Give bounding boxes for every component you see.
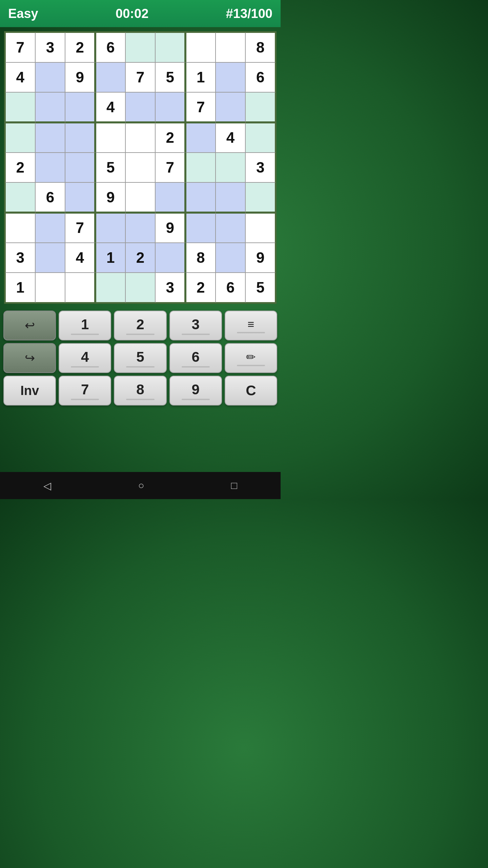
cell-r4-c3[interactable]: 5 — [95, 153, 125, 183]
cell-r2-c5[interactable] — [155, 92, 185, 122]
cell-r6-c6[interactable] — [185, 213, 216, 243]
cell-r2-c1[interactable] — [35, 92, 65, 122]
cell-r2-c3[interactable]: 4 — [95, 92, 125, 122]
cell-r4-c5[interactable]: 7 — [155, 153, 185, 183]
cell-r8-c7[interactable]: 6 — [216, 273, 246, 303]
cell-r4-c1[interactable] — [35, 153, 65, 183]
cell-r2-c0[interactable] — [5, 92, 35, 122]
key-8[interactable]: 8 — [114, 376, 166, 406]
cell-r5-c1[interactable]: 6 — [35, 182, 65, 213]
back-button[interactable]: ◁ — [43, 480, 51, 492]
cell-r4-c4[interactable] — [125, 153, 156, 183]
cell-r7-c3[interactable]: 1 — [95, 243, 125, 273]
cell-r8-c2[interactable] — [65, 273, 95, 303]
cell-r1-c2[interactable]: 9 — [65, 62, 95, 93]
cell-r7-c7[interactable] — [216, 243, 246, 273]
cell-r6-c5[interactable]: 9 — [155, 213, 185, 243]
cell-r0-c0[interactable]: 7 — [5, 32, 35, 62]
cell-r8-c1[interactable] — [35, 273, 65, 303]
menu-button[interactable]: ≡ — [225, 311, 277, 340]
key-2[interactable]: 2 — [114, 311, 166, 340]
cell-r0-c6[interactable] — [185, 32, 216, 62]
cell-r5-c7[interactable] — [216, 182, 246, 213]
key-7[interactable]: 7 — [59, 376, 111, 406]
cell-r5-c4[interactable] — [125, 182, 156, 213]
inv-button[interactable]: Inv — [3, 376, 56, 406]
key-6[interactable]: 6 — [169, 343, 222, 373]
cell-r6-c1[interactable] — [35, 213, 65, 243]
cell-r3-c8[interactable] — [245, 122, 276, 153]
cell-r5-c5[interactable] — [155, 182, 185, 213]
cell-r1-c1[interactable] — [35, 62, 65, 93]
cell-r4-c0[interactable]: 2 — [5, 153, 35, 183]
cell-r7-c6[interactable]: 8 — [185, 243, 216, 273]
cell-r6-c4[interactable] — [125, 213, 156, 243]
recent-button[interactable]: □ — [231, 480, 237, 491]
cell-r0-c8[interactable]: 8 — [245, 32, 276, 62]
cell-r4-c8[interactable]: 3 — [245, 153, 276, 183]
cell-r7-c0[interactable]: 3 — [5, 243, 35, 273]
cell-r0-c2[interactable]: 2 — [65, 32, 95, 62]
cell-r8-c6[interactable]: 2 — [185, 273, 216, 303]
cell-r8-c3[interactable] — [95, 273, 125, 303]
cell-r8-c4[interactable] — [125, 273, 156, 303]
clear-button[interactable]: C — [225, 376, 277, 406]
cell-r8-c8[interactable]: 5 — [245, 273, 276, 303]
cell-r2-c4[interactable] — [125, 92, 156, 122]
cell-r0-c5[interactable] — [155, 32, 185, 62]
cell-r3-c7[interactable]: 4 — [216, 122, 246, 153]
cell-r1-c3[interactable] — [95, 62, 125, 93]
cell-r8-c0[interactable]: 1 — [5, 273, 35, 303]
cell-r4-c2[interactable] — [65, 153, 95, 183]
cell-r7-c4[interactable]: 2 — [125, 243, 156, 273]
cell-r7-c5[interactable] — [155, 243, 185, 273]
key-3[interactable]: 3 — [169, 311, 222, 340]
cell-r3-c3[interactable] — [95, 122, 125, 153]
cell-r5-c8[interactable] — [245, 182, 276, 213]
cell-r3-c0[interactable] — [5, 122, 35, 153]
cell-r4-c6[interactable] — [185, 153, 216, 183]
home-button[interactable]: ○ — [138, 480, 144, 491]
cell-r2-c8[interactable] — [245, 92, 276, 122]
cell-r1-c7[interactable] — [216, 62, 246, 93]
cell-r1-c8[interactable]: 6 — [245, 62, 276, 93]
cell-r3-c4[interactable] — [125, 122, 156, 153]
cell-r1-c4[interactable]: 7 — [125, 62, 156, 93]
cell-r6-c7[interactable] — [216, 213, 246, 243]
cell-r5-c2[interactable] — [65, 182, 95, 213]
cell-r3-c5[interactable]: 2 — [155, 122, 185, 153]
key-5[interactable]: 5 — [114, 343, 166, 373]
cell-r5-c0[interactable] — [5, 182, 35, 213]
cell-r0-c7[interactable] — [216, 32, 246, 62]
cell-r4-c7[interactable] — [216, 153, 246, 183]
cell-r1-c6[interactable]: 1 — [185, 62, 216, 93]
cell-r6-c3[interactable] — [95, 213, 125, 243]
cell-r1-c0[interactable]: 4 — [5, 62, 35, 93]
cell-r5-c6[interactable] — [185, 182, 216, 213]
cell-r7-c1[interactable] — [35, 243, 65, 273]
cell-r1-c5[interactable]: 5 — [155, 62, 185, 93]
key-9[interactable]: 9 — [169, 376, 222, 406]
cell-r2-c7[interactable] — [216, 92, 246, 122]
cell-r0-c3[interactable]: 6 — [95, 32, 125, 62]
cell-r3-c2[interactable] — [65, 122, 95, 153]
cell-r3-c6[interactable] — [185, 122, 216, 153]
cell-r7-c2[interactable]: 4 — [65, 243, 95, 273]
cell-r3-c1[interactable] — [35, 122, 65, 153]
redo-button[interactable]: ↪ — [3, 343, 56, 373]
cell-r8-c5[interactable]: 3 — [155, 273, 185, 303]
undo-button[interactable]: ↩ — [3, 311, 56, 340]
key-1[interactable]: 1 — [59, 311, 111, 340]
cell-r6-c0[interactable] — [5, 213, 35, 243]
pencil-button[interactable]: ✏ — [225, 343, 277, 373]
key-4[interactable]: 4 — [59, 343, 111, 373]
cell-r6-c2[interactable]: 7 — [65, 213, 95, 243]
cell-r0-c1[interactable]: 3 — [35, 32, 65, 62]
cell-r5-c3[interactable]: 9 — [95, 182, 125, 213]
cell-r7-c8[interactable]: 9 — [245, 243, 276, 273]
cell-r0-c4[interactable] — [125, 32, 156, 62]
cell-r2-c2[interactable] — [65, 92, 95, 122]
pencil-icon: ✏ — [246, 350, 256, 364]
cell-r6-c8[interactable] — [245, 213, 276, 243]
cell-r2-c6[interactable]: 7 — [185, 92, 216, 122]
